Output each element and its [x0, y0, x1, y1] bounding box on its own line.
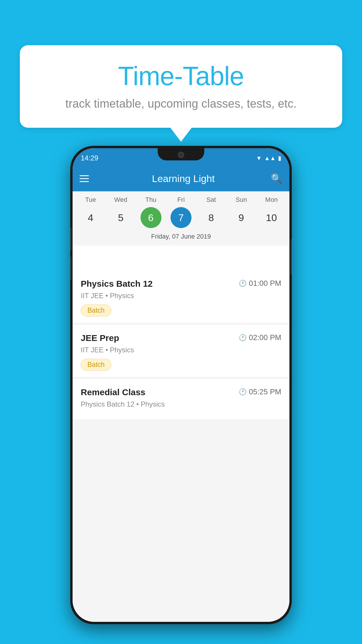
selected-date: Friday, 07 June 2019: [75, 231, 287, 243]
class-list: Physics Batch 12 🕐 01:00 PM IIT JEE • Ph…: [73, 271, 289, 622]
class-header-1: Physics Batch 12 🕐 01:00 PM: [81, 279, 281, 289]
search-icon[interactable]: 🔍: [271, 173, 282, 184]
power-button[interactable]: [291, 239, 292, 274]
batch-badge-1: Batch: [81, 304, 111, 316]
day-10[interactable]: 10: [261, 207, 282, 228]
class-time-3: 🕐 05:25 PM: [239, 387, 281, 396]
clock-icon-2: 🕐: [239, 334, 247, 342]
day-numbers: 4 5 6 7 8 9 10: [75, 207, 287, 228]
day-header-fri: Fri: [168, 196, 194, 204]
status-icons: ▼ ▲▲ ▮: [256, 155, 281, 162]
day-header-mon: Mon: [259, 196, 284, 204]
class-name-1: Physics Batch 12: [81, 279, 153, 289]
phone-notch: [158, 148, 204, 160]
class-subtitle-2: IIT JEE • Physics: [81, 346, 281, 354]
bubble-subtitle: track timetable, upcoming classes, tests…: [37, 97, 325, 110]
status-time: 14:29: [81, 154, 98, 162]
class-header-3: Remedial Class 🕐 05:25 PM: [81, 387, 281, 397]
phone-frame: 14:29 ▼ ▲▲ ▮ Learning Light 🔍 Tue Wed Th…: [70, 146, 292, 624]
app-title: Learning Light: [96, 173, 271, 184]
day-4[interactable]: 4: [80, 207, 101, 228]
day-9[interactable]: 9: [231, 207, 252, 228]
clock-icon-3: 🕐: [239, 388, 247, 396]
class-item-physics-batch[interactable]: Physics Batch 12 🕐 01:00 PM IIT JEE • Ph…: [73, 271, 289, 323]
batch-badge-2: Batch: [81, 359, 111, 371]
class-time-1: 🕐 01:00 PM: [239, 279, 281, 288]
battery-icon: ▮: [278, 155, 281, 162]
signal-icon: ▲▲: [264, 155, 276, 162]
volume-down-button[interactable]: [70, 257, 71, 280]
calendar-strip: Tue Wed Thu Fri Sat Sun Mon 4 5 6 7 8 9 …: [73, 191, 289, 246]
class-time-2: 🕐 02:00 PM: [239, 333, 281, 342]
app-header: Learning Light 🔍: [73, 166, 289, 191]
clock-icon-1: 🕐: [239, 280, 247, 287]
day-header-sat: Sat: [198, 196, 224, 204]
speech-bubble: Time-Table track timetable, upcoming cla…: [20, 45, 342, 128]
class-item-jee-prep[interactable]: JEE Prep 🕐 02:00 PM IIT JEE • Physics Ba…: [73, 325, 289, 377]
day-7-selected[interactable]: 7: [171, 207, 191, 228]
day-header-wed: Wed: [108, 196, 133, 204]
day-header-sun: Sun: [229, 196, 254, 204]
day-6-today[interactable]: 6: [140, 207, 161, 228]
class-subtitle-3: Physics Batch 12 • Physics: [81, 400, 281, 408]
class-header-2: JEE Prep 🕐 02:00 PM: [81, 333, 281, 343]
volume-up-button[interactable]: [70, 228, 71, 251]
day-5[interactable]: 5: [110, 207, 131, 228]
day-header-tue: Tue: [78, 196, 103, 204]
phone-screen: 14:29 ▼ ▲▲ ▮ Learning Light 🔍 Tue Wed Th…: [73, 148, 289, 622]
wifi-icon: ▼: [256, 155, 262, 162]
front-camera: [178, 152, 184, 158]
day-8[interactable]: 8: [201, 207, 222, 228]
class-name-3: Remedial Class: [81, 387, 145, 397]
class-item-remedial[interactable]: Remedial Class 🕐 05:25 PM Physics Batch …: [73, 379, 289, 420]
day-headers: Tue Wed Thu Fri Sat Sun Mon: [75, 196, 287, 204]
menu-button[interactable]: [80, 175, 89, 182]
day-header-thu: Thu: [138, 196, 164, 204]
class-name-2: JEE Prep: [81, 333, 119, 343]
bubble-title: Time-Table: [37, 61, 325, 91]
class-subtitle-1: IIT JEE • Physics: [81, 292, 281, 300]
